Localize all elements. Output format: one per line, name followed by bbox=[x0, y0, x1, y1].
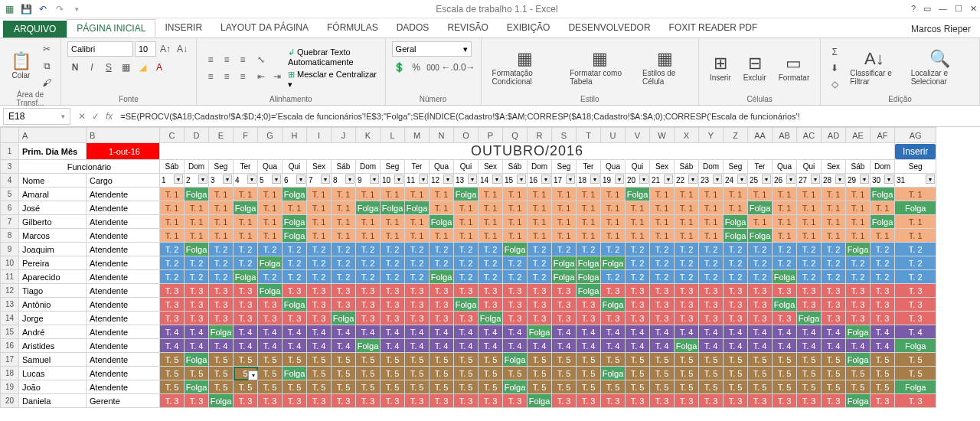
cell-shift[interactable]: T. 3 bbox=[405, 312, 430, 325]
cell-shift[interactable]: T. 2 bbox=[626, 256, 650, 270]
thousands-icon[interactable]: 000 bbox=[426, 60, 441, 75]
ribbon-tab[interactable]: LAYOUT DA PÁGINA bbox=[211, 19, 318, 38]
column-header[interactable]: AC bbox=[797, 128, 822, 143]
cell-shift[interactable]: T. 3 bbox=[871, 312, 895, 325]
cell-shift[interactable]: T. 5 bbox=[356, 353, 381, 367]
cell-month-title[interactable]: OUTUBRO/2016 bbox=[160, 143, 895, 160]
cell-shift[interactable]: T. 3 bbox=[773, 394, 797, 408]
cell-shift[interactable]: T. 3 bbox=[258, 298, 283, 312]
cell-day-header[interactable]: Qui bbox=[454, 160, 479, 174]
cell-shift[interactable]: T. 3 bbox=[405, 298, 430, 312]
cell-shift[interactable]: T. 1 bbox=[577, 188, 601, 201]
ribbon-collapse-icon[interactable]: ▭ bbox=[923, 4, 931, 14]
cell-day-header[interactable]: Qui bbox=[283, 160, 307, 174]
cell-shift[interactable]: T. 2 bbox=[871, 270, 895, 284]
column-header[interactable]: V bbox=[626, 128, 650, 143]
cell-shift[interactable]: T. 2 bbox=[724, 270, 748, 284]
cell-shift[interactable]: T. 5 bbox=[234, 353, 258, 367]
cell-shift[interactable]: T. 2 bbox=[797, 256, 822, 270]
cell-shift[interactable]: T. 2 bbox=[381, 243, 405, 256]
row-header[interactable]: 14 bbox=[1, 312, 19, 325]
cell-shift[interactable]: T. 5 bbox=[577, 367, 601, 380]
cell-shift[interactable]: T. 3 bbox=[283, 312, 307, 325]
cell-shift[interactable]: T. 3 bbox=[479, 298, 503, 312]
cell-shift[interactable]: Folga bbox=[675, 339, 699, 353]
cell-shift[interactable]: Folga bbox=[895, 201, 936, 215]
cell-day-number[interactable]: 18 bbox=[577, 174, 601, 188]
delete-button[interactable]: ⊟Excluir bbox=[739, 54, 771, 83]
cell-shift[interactable]: T. 4 bbox=[479, 325, 503, 339]
cell-shift[interactable]: T. 5 bbox=[748, 380, 773, 394]
cell-shift[interactable]: T. 1 bbox=[577, 201, 601, 215]
cell-shift[interactable]: Folga bbox=[283, 367, 307, 380]
row-header[interactable]: 1 bbox=[1, 143, 19, 160]
cell-shift[interactable]: T. 5 bbox=[601, 380, 626, 394]
cell-shift[interactable]: T. 2 bbox=[552, 243, 577, 256]
cell-shift[interactable]: T. 1 bbox=[381, 215, 405, 229]
help-icon[interactable]: ? bbox=[911, 4, 916, 14]
cell-shift[interactable]: Folga bbox=[430, 270, 454, 284]
cell-shift[interactable]: T. 3 bbox=[234, 298, 258, 312]
cell-shift[interactable]: T. 5 bbox=[209, 367, 234, 380]
cell-shift[interactable]: T. 3 bbox=[503, 312, 528, 325]
cell-shift[interactable]: T. 5 bbox=[332, 380, 356, 394]
cell-day-header[interactable]: Seg bbox=[209, 160, 234, 174]
cell-shift[interactable]: T. 1 bbox=[650, 188, 675, 201]
wrap-text-button[interactable]: ↲ Quebrar Texto Automaticamente bbox=[288, 47, 379, 67]
cell-shift[interactable]: T. 2 bbox=[699, 256, 724, 270]
column-header[interactable]: H bbox=[283, 128, 307, 143]
column-header[interactable]: C bbox=[160, 128, 185, 143]
italic-button[interactable]: I bbox=[84, 60, 100, 75]
cell-shift[interactable]: T. 5 bbox=[552, 367, 577, 380]
cell-shift[interactable]: T. 2 bbox=[332, 243, 356, 256]
cell-role[interactable]: Atendente bbox=[87, 229, 160, 243]
cell-shift[interactable]: T. 2 bbox=[675, 270, 699, 284]
row-header[interactable]: 10 bbox=[1, 256, 19, 270]
cell-day-header[interactable]: Ter bbox=[405, 160, 430, 174]
cell-shift[interactable]: Folga bbox=[724, 215, 748, 229]
cell-shift[interactable]: Folga bbox=[283, 215, 307, 229]
cell-shift[interactable]: T. 3 bbox=[797, 284, 822, 298]
cell-day-header[interactable]: Sex bbox=[479, 160, 503, 174]
cell-shift[interactable]: T. 2 bbox=[258, 270, 283, 284]
cell-shift[interactable]: Folga bbox=[503, 380, 528, 394]
cell-shift[interactable]: T. 5 bbox=[773, 353, 797, 367]
cell-name[interactable]: Joaquim bbox=[19, 243, 87, 256]
cell-shift[interactable]: T. 1 bbox=[675, 215, 699, 229]
cell-shift[interactable]: T. 2 bbox=[699, 270, 724, 284]
cell-shift[interactable]: T. 5 bbox=[724, 380, 748, 394]
cell-shift[interactable]: T. 4 bbox=[283, 339, 307, 353]
cell-shift[interactable]: T. 3 bbox=[552, 394, 577, 408]
cell-shift[interactable]: Folga bbox=[748, 229, 773, 243]
cell-shift[interactable]: T. 5 bbox=[626, 380, 650, 394]
cell-shift[interactable]: T. 1 bbox=[724, 188, 748, 201]
cell-day-header[interactable]: Sáb bbox=[503, 160, 528, 174]
increase-indent-icon[interactable]: ⇥ bbox=[270, 69, 285, 84]
cell-shift[interactable]: T. 1 bbox=[454, 215, 479, 229]
ribbon-tab[interactable]: FÓRMULAS bbox=[318, 19, 387, 38]
cell-shift[interactable]: T. 1 bbox=[209, 188, 234, 201]
cell-name[interactable]: Daniela bbox=[19, 394, 87, 408]
cell-shift[interactable]: T. 3 bbox=[748, 394, 773, 408]
cell-shift[interactable]: T. 1 bbox=[503, 201, 528, 215]
cell-shift[interactable]: T. 2 bbox=[307, 256, 332, 270]
name-box[interactable]: E18▾ bbox=[3, 108, 70, 125]
cell-shift[interactable]: Folga bbox=[454, 298, 479, 312]
cell-shift[interactable]: T. 2 bbox=[503, 256, 528, 270]
cell-shift[interactable]: T. 3 bbox=[822, 312, 846, 325]
cell-day-header[interactable]: Seg bbox=[895, 160, 936, 174]
cell-shift[interactable]: T. 5 bbox=[332, 367, 356, 380]
cell-shift[interactable]: Folga bbox=[209, 394, 234, 408]
cell-shift[interactable]: T. 1 bbox=[258, 215, 283, 229]
cell-shift[interactable]: T. 3 bbox=[381, 312, 405, 325]
cell-shift[interactable]: T. 5 bbox=[675, 367, 699, 380]
cell-shift[interactable]: T. 2 bbox=[258, 243, 283, 256]
cell-shift[interactable]: T. 3 bbox=[381, 298, 405, 312]
cell-shift[interactable]: T. 1 bbox=[773, 229, 797, 243]
cell-shift[interactable]: T. 3 bbox=[234, 284, 258, 298]
cell-shift[interactable]: T. 4 bbox=[185, 325, 209, 339]
cell-shift[interactable]: T. 1 bbox=[773, 201, 797, 215]
cell-role[interactable]: Atendente bbox=[87, 367, 160, 380]
cell-day-number[interactable]: 22 bbox=[675, 174, 699, 188]
cell-shift[interactable]: T. 2 bbox=[528, 270, 552, 284]
